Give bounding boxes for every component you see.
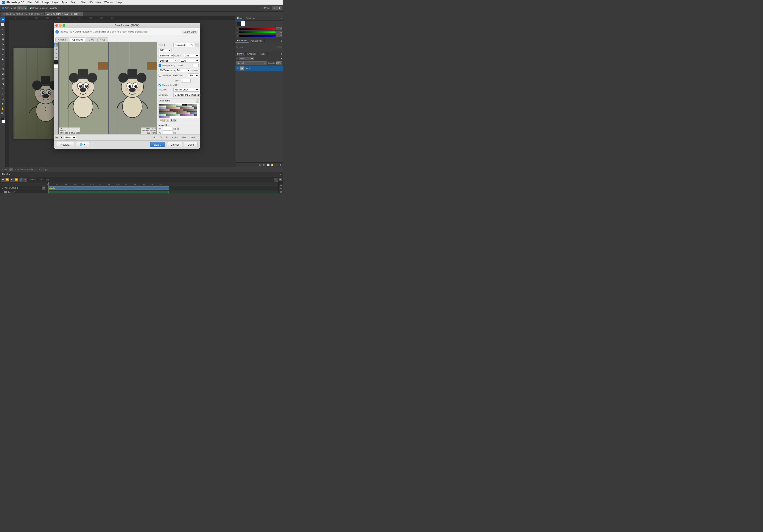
color-swatch-item[interactable] [168, 114, 169, 116]
path-select-tool[interactable]: ⬡ [0, 96, 5, 101]
save-button[interactable]: Save... [150, 142, 165, 147]
height-input[interactable]: 1080 [163, 131, 173, 134]
matte-color-swatch[interactable] [193, 64, 199, 67]
color-swatch-item[interactable] [190, 106, 192, 107]
color-swatch-item[interactable] [173, 104, 175, 106]
gradient-tool[interactable]: ▣ [0, 72, 5, 76]
layer-visibility-icon[interactable]: 👁 [236, 67, 239, 70]
3d-rotate-btn[interactable]: ⟳ [272, 6, 276, 10]
metadata-select[interactable]: Copyright and Contact Info [173, 93, 200, 97]
color-swatch-item[interactable] [161, 112, 163, 114]
zoom-tool[interactable]: 🔍 [0, 111, 5, 116]
color-swatch-item[interactable] [178, 109, 180, 111]
color-swatch-item[interactable] [195, 114, 197, 116]
color-swatch-item[interactable] [192, 107, 194, 109]
color-swatch-item[interactable] [185, 104, 187, 106]
color-swatch-item[interactable] [195, 106, 197, 107]
tl-play[interactable]: ▶ [10, 178, 14, 181]
bg-color-dialog[interactable] [54, 65, 58, 69]
b-channel-slider[interactable] [239, 35, 275, 37]
tl-goto-start[interactable]: ⏮ [1, 178, 5, 181]
color-swatch-item[interactable] [190, 114, 192, 116]
select-rect-tool[interactable]: ⬜ [0, 22, 5, 27]
color-swatch-item[interactable] [194, 104, 195, 106]
color-swatch-item[interactable] [178, 111, 180, 112]
color-swatch-item[interactable] [195, 104, 197, 106]
color-swatch-item[interactable] [180, 104, 181, 106]
stamp-tool[interactable]: ◉ [0, 57, 5, 61]
ct-sort-btn[interactable]: ⊞ [173, 119, 176, 122]
color-swatch-item[interactable] [164, 106, 166, 107]
color-swatch-item[interactable] [183, 114, 185, 116]
color-swatch-item[interactable] [159, 114, 161, 116]
add-layer-track-btn[interactable]: + [278, 187, 283, 190]
web-snap-select[interactable]: 0% [188, 73, 199, 77]
lasso-tool[interactable]: ⌖ [0, 27, 5, 32]
color-swatch-item[interactable] [194, 112, 195, 114]
color-swatch-item[interactable] [166, 109, 168, 111]
format-select[interactable]: GIF [159, 48, 171, 52]
color-swatch-item[interactable] [161, 104, 163, 106]
tab-untitled-close[interactable]: ✕ [41, 13, 42, 15]
color-swatch-item[interactable] [185, 106, 187, 107]
auto-select-checkbox[interactable] [2, 7, 4, 9]
color-swatch-item[interactable] [194, 114, 195, 116]
color-swatch-item[interactable] [171, 104, 173, 106]
color-swatch-item[interactable] [188, 112, 190, 114]
eraser-tool[interactable]: ◻ [0, 67, 5, 71]
menu-help[interactable]: Help [115, 0, 123, 5]
color-swatch-item[interactable] [164, 114, 166, 116]
properties-tab[interactable]: Properties [236, 39, 249, 43]
color-swatch-item[interactable] [195, 112, 197, 114]
color-swatch-item[interactable] [181, 114, 183, 116]
convert-srgb-checkbox[interactable] [159, 84, 161, 86]
color-swatch-item[interactable] [169, 112, 171, 114]
layers-panel-menu[interactable]: ≡ [280, 52, 283, 56]
color-swatch-item[interactable] [194, 106, 195, 107]
color-swatch-item[interactable] [175, 111, 176, 112]
color-swatch-item[interactable] [168, 107, 169, 109]
menu-view[interactable]: View [94, 0, 103, 5]
color-swatch-item[interactable] [175, 106, 176, 107]
preview-button[interactable]: Preview... [56, 142, 75, 147]
menu-image[interactable]: Image [41, 0, 51, 5]
color-swatch-item[interactable] [166, 104, 168, 106]
cancel-button[interactable]: Cancel [167, 142, 182, 147]
color-swatch-item[interactable] [178, 106, 180, 107]
color-swatch-item[interactable] [188, 106, 190, 107]
color-swatch-item[interactable] [181, 106, 183, 107]
color-swatch-item[interactable] [192, 111, 194, 112]
color-swatch-item[interactable] [183, 112, 185, 114]
color-swatch-item[interactable] [185, 112, 187, 114]
tab-2up[interactable]: 2-Up [86, 38, 97, 42]
color-swatch-item[interactable] [183, 106, 185, 107]
lossy-input[interactable]: 0 [181, 79, 191, 82]
preview-zoom-btn-1[interactable]: ⊞ [55, 136, 59, 139]
color-swatch-item[interactable] [176, 109, 178, 111]
color-swatch-item[interactable] [180, 111, 181, 112]
hand-tool-dialog[interactable]: ✋ [54, 43, 58, 47]
color-swatch-item[interactable] [161, 111, 163, 112]
color-swatch-item[interactable] [176, 111, 178, 112]
color-swatch-item[interactable] [173, 107, 175, 109]
color-swatch-item[interactable] [181, 107, 183, 109]
properties-panel-menu[interactable]: ≡ [280, 39, 283, 43]
tab-optimized[interactable]: Optimized [69, 38, 86, 42]
color-swatch-item[interactable] [185, 111, 187, 112]
color-swatch-item[interactable] [185, 114, 187, 116]
color-swatch-item[interactable] [168, 109, 169, 111]
layers-link-btn[interactable]: ⛓ [258, 163, 262, 167]
opacity-input[interactable] [276, 61, 282, 65]
color-swatch-item[interactable] [195, 109, 197, 111]
color-swatch-item[interactable] [190, 109, 192, 111]
color-swatch-item[interactable] [163, 106, 164, 107]
color-swatch-item[interactable] [194, 109, 195, 111]
color-swatch-item[interactable] [187, 106, 188, 107]
done-button[interactable]: Done [184, 142, 197, 147]
color-swatch-item[interactable] [171, 112, 173, 114]
color-swatch-item[interactable] [175, 109, 176, 111]
bg-color-display[interactable] [241, 21, 245, 26]
eyedropper-tool[interactable]: ⊙ [0, 42, 5, 47]
color-swatch-item[interactable] [173, 114, 175, 116]
zoom-tool-dialog[interactable]: 🔍 [54, 47, 58, 51]
